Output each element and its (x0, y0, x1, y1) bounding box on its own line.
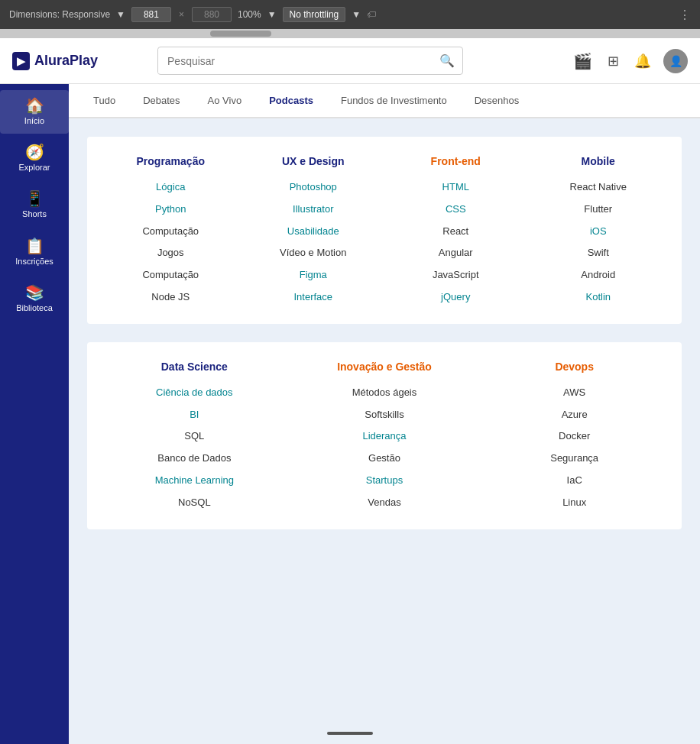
tab-desenhos[interactable]: Desenhos (462, 84, 532, 118)
category-item[interactable]: React Native (570, 180, 627, 196)
sidebar: 🏠 Início 🧭 Explorar 📱 Shorts 📋 Inscriçõe… (0, 84, 69, 744)
category-devops: Devops AWS Azure Docker Segurança IaC Li… (485, 361, 663, 511)
categories-grid-row1: Programação Lógica Python Computação Jog… (87, 137, 682, 324)
dimensions-label: Dimensions: Responsive (9, 9, 110, 20)
header: ▶ AluraPlay 🔍 🎬 ⊞ 🔔 👤 (0, 38, 700, 84)
category-item[interactable]: Jogos (157, 245, 184, 261)
tab-podcasts[interactable]: Podcasts (257, 84, 326, 118)
category-item[interactable]: Machine Learning (155, 473, 234, 489)
sidebar-item-inscricoes[interactable]: 📋 Inscrições (0, 231, 69, 274)
sidebar-item-explorar[interactable]: 🧭 Explorar (0, 137, 69, 180)
main-layout: 🏠 Início 🧭 Explorar 📱 Shorts 📋 Inscriçõe… (0, 84, 700, 744)
notifications-button[interactable]: 🔔 (631, 50, 654, 73)
category-item[interactable]: Banco de Dados (157, 451, 231, 467)
tab-debates[interactable]: Debates (131, 84, 192, 118)
category-item[interactable]: jQuery (441, 290, 470, 306)
subscriptions-icon: 📋 (25, 238, 44, 254)
category-item[interactable]: Computação (142, 267, 199, 283)
category-item[interactable]: Startups (366, 473, 403, 489)
play-icon: ▶ (17, 55, 25, 67)
search-container: 🔍 (157, 47, 463, 75)
content-area: Tudo Debates Ao Vivo Podcasts Fundos de … (69, 84, 700, 744)
logo-icon: ▶ (12, 52, 30, 70)
category-item[interactable]: CSS (446, 202, 466, 218)
category-item[interactable]: Kotlin (585, 290, 611, 306)
dimension-separator: × (179, 9, 184, 20)
category-item[interactable]: Illustrator (293, 202, 333, 218)
category-item[interactable]: iOS (590, 224, 607, 240)
scrollbar-thumb[interactable] (210, 31, 271, 37)
search-button[interactable]: 🔍 (432, 47, 462, 74)
category-item[interactable]: Softskills (365, 407, 403, 423)
category-item[interactable]: Gestão (368, 451, 400, 467)
category-item[interactable]: Vendas (368, 495, 400, 511)
logo-text: AluraPlay (34, 53, 98, 69)
category-item[interactable]: Linux (562, 495, 586, 511)
category-item[interactable]: Vídeo e Motion (280, 245, 346, 261)
horizontal-scrollbar[interactable] (0, 29, 700, 38)
category-item[interactable]: Interface (293, 290, 332, 306)
zoom-label: 100% (238, 9, 261, 20)
category-item[interactable]: React (442, 224, 468, 240)
height-input[interactable] (192, 7, 232, 22)
search-input[interactable] (158, 49, 432, 73)
category-item[interactable]: Lógica (156, 180, 185, 196)
category-item[interactable]: Docker (559, 429, 590, 445)
category-item[interactable]: Azure (562, 407, 588, 423)
category-title-devops: Devops (555, 361, 594, 373)
logo[interactable]: ▶ AluraPlay (12, 52, 98, 70)
category-item[interactable]: Ciência de dados (156, 385, 232, 401)
zoom-dropdown-icon[interactable]: ▼ (267, 9, 277, 20)
tab-tudo[interactable]: Tudo (81, 84, 128, 118)
filter-tabs: Tudo Debates Ao Vivo Podcasts Fundos de … (69, 84, 700, 118)
empty-area (87, 548, 682, 744)
category-item[interactable]: Angular (439, 245, 473, 261)
category-ux-design: UX e Design Photoshop Illustrator Usabil… (248, 155, 379, 306)
grid-button[interactable]: ⊞ (604, 50, 622, 73)
shorts-icon: 📱 (25, 191, 44, 206)
dropdown-icon[interactable]: ▼ (116, 9, 125, 20)
category-item[interactable]: IaC (567, 473, 582, 489)
upload-button[interactable]: 🎬 (570, 49, 595, 73)
category-item[interactable]: Segurança (550, 451, 598, 467)
category-title-inovacao: Inovação e Gestão (337, 361, 432, 373)
category-item[interactable]: HTML (442, 180, 469, 196)
category-item[interactable]: Python (155, 202, 186, 218)
category-item[interactable]: Liderança (362, 429, 406, 445)
tab-ao-vivo[interactable]: Ao Vivo (196, 84, 254, 118)
bottom-indicator (327, 732, 373, 735)
category-item[interactable]: NoSQL (178, 495, 211, 511)
category-item[interactable]: Métodos ágeis (352, 385, 417, 401)
category-item[interactable]: Computação (142, 224, 199, 240)
sidebar-label-explorar: Explorar (19, 163, 50, 173)
tab-fundos[interactable]: Fundos de Investimento (329, 84, 459, 118)
category-item[interactable]: AWS (563, 385, 585, 401)
category-item[interactable]: Photoshop (290, 180, 337, 196)
category-title-ux-design: UX e Design (282, 155, 345, 167)
sidebar-item-shorts[interactable]: 📱 Shorts (0, 183, 69, 227)
category-item[interactable]: BI (190, 407, 199, 423)
avatar[interactable]: 👤 (663, 49, 688, 73)
category-title-frontend: Front-end (431, 155, 481, 167)
sidebar-label-inicio: Início (24, 116, 44, 126)
category-item[interactable]: Swift (588, 245, 609, 261)
library-icon: 📚 (25, 285, 44, 300)
sidebar-label-inscricoes: Inscrições (15, 257, 53, 267)
more-options-icon[interactable]: ⋮ (679, 8, 691, 22)
category-item[interactable]: SQL (184, 429, 204, 445)
category-item[interactable]: Figma (300, 267, 327, 283)
sidebar-item-biblioteca[interactable]: 📚 Biblioteca (0, 277, 69, 321)
compass-icon: 🧭 (25, 144, 44, 160)
category-item[interactable]: Node JS (151, 290, 190, 306)
home-icon: 🏠 (25, 98, 44, 113)
category-item[interactable]: Flutter (584, 202, 612, 218)
throttle-dropdown-icon[interactable]: ▼ (352, 9, 361, 20)
category-title-mobile: Mobile (582, 155, 615, 167)
category-item[interactable]: Android (581, 267, 615, 283)
sidebar-item-inicio[interactable]: 🏠 Início (0, 90, 69, 134)
throttle-button[interactable]: No throttling (283, 7, 346, 22)
category-item[interactable]: JavaScript (433, 267, 479, 283)
width-input[interactable] (131, 7, 171, 22)
category-title-data-science: Data Science (161, 361, 228, 373)
category-item[interactable]: Usabilidade (287, 224, 339, 240)
